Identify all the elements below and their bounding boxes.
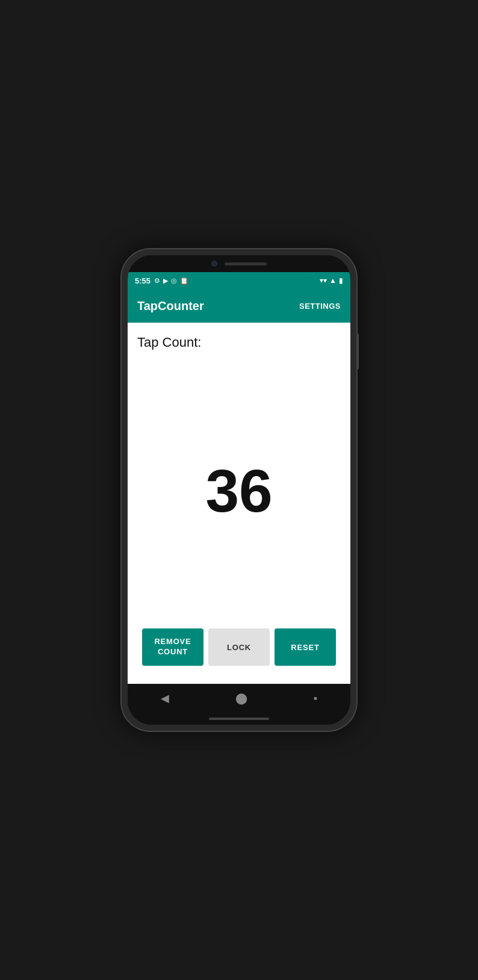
wifi-icon: ▾▾: [320, 276, 327, 285]
phone-device: 5:55 ⚙ ▶ ◎ 📋 ▾▾ ▲ ▮ TapCounter SETTINGS …: [122, 249, 356, 731]
recents-button[interactable]: ▪: [314, 692, 317, 705]
main-content: Tap Count: 36 REMOVE COUNT LOCK RESET: [128, 323, 350, 684]
play-icon: ▶: [163, 277, 168, 285]
home-button[interactable]: ⬤: [235, 692, 247, 705]
app-title: TapCounter: [137, 299, 299, 313]
phone-screen: 5:55 ⚙ ▶ ◎ 📋 ▾▾ ▲ ▮ TapCounter SETTINGS …: [128, 255, 350, 725]
reset-button[interactable]: RESET: [275, 628, 336, 666]
bottom-buttons: REMOVE COUNT LOCK RESET: [137, 621, 341, 674]
back-button[interactable]: ◀: [161, 692, 169, 705]
navigation-bar: ◀ ⬤ ▪: [128, 684, 350, 713]
tap-count-label: Tap Count:: [137, 335, 341, 350]
gear-icon: ⚙: [154, 277, 160, 285]
count-value: 36: [205, 461, 272, 521]
earpiece-speaker: [225, 262, 267, 265]
bottom-bar: [128, 713, 350, 725]
status-bar: 5:55 ⚙ ▶ ◎ 📋 ▾▾ ▲ ▮: [128, 272, 350, 289]
battery-icon: ▮: [339, 276, 343, 285]
antenna-icon: ◎: [171, 277, 177, 285]
phone-top-bezel: [128, 255, 350, 272]
settings-button[interactable]: SETTINGS: [299, 299, 341, 313]
front-camera: [211, 261, 217, 267]
signal-icon: ▲: [329, 276, 337, 285]
lock-button[interactable]: LOCK: [208, 628, 270, 666]
count-display[interactable]: 36: [137, 360, 341, 621]
clipboard-icon: 📋: [180, 277, 188, 285]
status-time: 5:55: [135, 276, 151, 285]
app-bar: TapCounter SETTINGS: [128, 289, 350, 323]
remove-count-button[interactable]: REMOVE COUNT: [142, 628, 203, 666]
status-icons-right: ▾▾ ▲ ▮: [320, 276, 343, 285]
status-icons-left: ⚙ ▶ ◎ 📋: [154, 277, 188, 285]
bottom-indicator: [209, 718, 269, 720]
